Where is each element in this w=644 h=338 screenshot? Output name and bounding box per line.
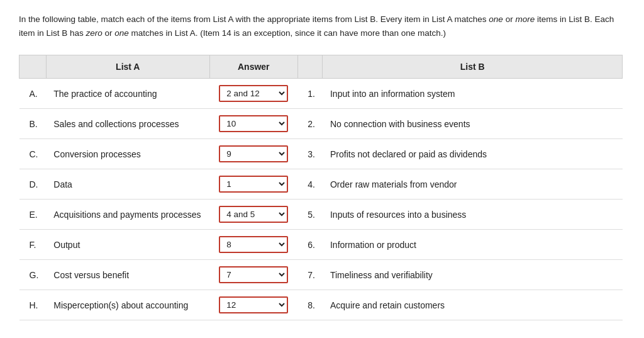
- row-letter-7: H.: [19, 290, 47, 320]
- answer-select-6[interactable]: 7: [219, 266, 288, 283]
- table-row: E. Acquisitions and payments processes 4…: [19, 200, 623, 230]
- header-list-b: List B: [323, 55, 623, 79]
- row-number-5: 6.: [297, 230, 323, 260]
- row-list-b-6: Timeliness and verifiability: [323, 260, 623, 290]
- header-letter: [19, 55, 47, 79]
- row-number-0: 1.: [297, 79, 323, 109]
- row-answer-2[interactable]: 9: [209, 139, 297, 169]
- row-letter-3: D.: [19, 169, 47, 200]
- row-list-b-4: Inputs of resources into a business: [323, 200, 623, 230]
- header-number: [297, 55, 323, 79]
- row-letter-5: F.: [19, 230, 47, 260]
- header-answer: Answer: [209, 55, 297, 79]
- row-list-b-1: No connection with business events: [323, 109, 623, 139]
- row-letter-0: A.: [19, 79, 47, 109]
- row-answer-6[interactable]: 7: [209, 260, 297, 290]
- table-row: C. Conversion processes 9 3. Profits not…: [19, 139, 623, 169]
- table-row: G. Cost versus benefit 7 7. Timeliness a…: [19, 260, 623, 290]
- row-answer-5[interactable]: 8: [209, 230, 297, 260]
- row-number-6: 7.: [297, 260, 323, 290]
- table-row: B. Sales and collections processes 10 2.…: [19, 109, 623, 139]
- answer-select-7[interactable]: 12: [219, 296, 288, 313]
- answer-select-1[interactable]: 10: [219, 115, 288, 132]
- row-number-1: 2.: [297, 109, 323, 139]
- table-row: A. The practice of accounting 2 and 12 1…: [19, 79, 623, 109]
- row-answer-4[interactable]: 4 and 5: [209, 200, 297, 230]
- answer-select-5[interactable]: 8: [219, 236, 288, 253]
- row-number-7: 8.: [297, 290, 323, 320]
- answer-select-0[interactable]: 2 and 12: [219, 85, 288, 102]
- row-letter-2: C.: [19, 139, 47, 169]
- row-answer-7[interactable]: 12: [209, 290, 297, 320]
- row-list-a-7: Misperception(s) about accounting: [46, 290, 209, 320]
- row-list-a-1: Sales and collections processes: [46, 109, 209, 139]
- row-number-2: 3.: [297, 139, 323, 169]
- answer-select-4[interactable]: 4 and 5: [219, 206, 288, 223]
- row-letter-1: B.: [19, 109, 47, 139]
- row-list-a-3: Data: [46, 169, 209, 200]
- row-letter-6: G.: [19, 260, 47, 290]
- header-list-a: List A: [46, 55, 209, 79]
- row-list-a-0: The practice of accounting: [46, 79, 209, 109]
- row-list-b-3: Order raw materials from vendor: [323, 169, 623, 200]
- row-list-a-2: Conversion processes: [46, 139, 209, 169]
- row-list-a-4: Acquisitions and payments processes: [46, 200, 209, 230]
- matching-table: List A Answer List B A. The practice of …: [19, 55, 623, 320]
- row-number-3: 4.: [297, 169, 323, 200]
- row-list-b-0: Input into an information system: [323, 79, 623, 109]
- answer-select-2[interactable]: 9: [219, 145, 288, 162]
- answer-select-3[interactable]: 1: [219, 176, 288, 193]
- row-letter-4: E.: [19, 200, 47, 230]
- row-list-b-7: Acquire and retain customers: [323, 290, 623, 320]
- instructions: In the following table, match each of th…: [19, 13, 623, 40]
- row-answer-0[interactable]: 2 and 12: [209, 79, 297, 109]
- row-answer-1[interactable]: 10: [209, 109, 297, 139]
- table-row: H. Misperception(s) about accounting 12 …: [19, 290, 623, 320]
- table-row: D. Data 1 4. Order raw materials from ve…: [19, 169, 623, 200]
- row-list-a-5: Output: [46, 230, 209, 260]
- row-answer-3[interactable]: 1: [209, 169, 297, 200]
- table-row: F. Output 8 6. Information or product: [19, 230, 623, 260]
- row-list-a-6: Cost versus benefit: [46, 260, 209, 290]
- row-list-b-2: Profits not declared or paid as dividend…: [323, 139, 623, 169]
- row-list-b-5: Information or product: [323, 230, 623, 260]
- row-number-4: 5.: [297, 200, 323, 230]
